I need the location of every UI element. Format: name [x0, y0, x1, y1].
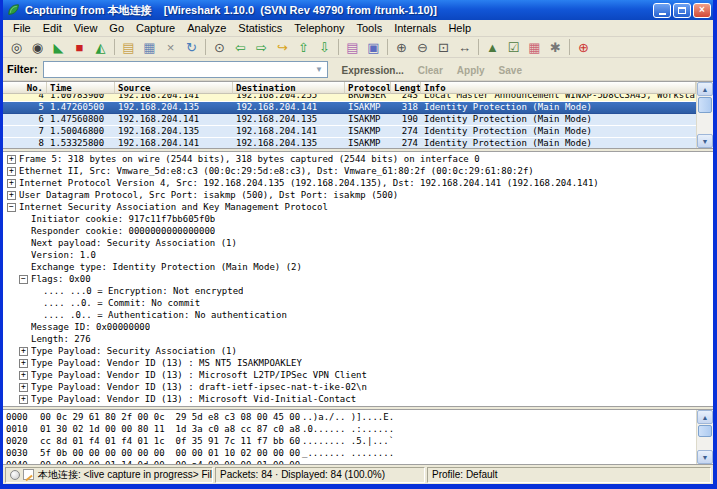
save-file-icon[interactable]: ▦ [139, 38, 160, 57]
detail-line[interactable]: Message ID: 0x00000000 [3, 321, 713, 333]
detail-line[interactable]: −Flags: 0x00 [3, 273, 713, 285]
expand-plus-icon[interactable]: + [19, 383, 28, 392]
scroll-thumb[interactable] [698, 97, 712, 113]
detail-line[interactable]: Version: 1.0 [3, 249, 713, 261]
expand-plus-icon[interactable]: + [19, 395, 28, 404]
menu-item-view[interactable]: View [68, 21, 104, 35]
detail-line[interactable]: Exchange type: Identity Protection (Main… [3, 261, 713, 273]
go-top-icon[interactable]: ⇧ [293, 38, 314, 57]
expand-plus-icon[interactable]: + [19, 347, 28, 356]
column-header-source[interactable]: Source [115, 82, 233, 94]
close-button[interactable]: × [693, 3, 711, 18]
expand-plus-icon[interactable]: + [19, 359, 28, 368]
hex-row[interactable]: 004000 00 00 00 01 14 0d 00 00 a4 00 00 … [6, 460, 696, 464]
menu-item-telephony[interactable]: Telephony [288, 21, 350, 35]
profile-cell[interactable]: Profile: Default [427, 467, 711, 483]
column-header-time[interactable]: Time [47, 82, 115, 94]
filter-dropdown-icon[interactable]: ▼ [312, 62, 327, 77]
bytes-scrollbar[interactable]: ▲ ▼ [696, 410, 713, 464]
collapse-minus-icon[interactable]: − [19, 275, 28, 284]
detail-line[interactable]: Length: 276 [3, 333, 713, 345]
menu-item-edit[interactable]: Edit [37, 21, 68, 35]
menu-item-go[interactable]: Go [103, 21, 130, 35]
capture-options-icon[interactable]: ◉ [27, 38, 48, 57]
resize-columns-icon[interactable]: ↔ [454, 38, 475, 57]
restart-capture-icon[interactable]: ◭ [90, 38, 111, 57]
detail-line[interactable]: Initiator cookie: 917c11f7bb605f0b [3, 213, 713, 225]
scroll-up-icon[interactable]: ▲ [697, 82, 713, 96]
detail-line[interactable]: −Internet Security Association and Key M… [3, 201, 713, 213]
title-bar[interactable]: Capturing from 本地连接 [Wireshark 1.10.0 (S… [3, 0, 713, 20]
goto-packet-icon[interactable]: ↪ [272, 38, 293, 57]
scroll-track[interactable] [697, 438, 713, 450]
menu-item-internals[interactable]: Internals [388, 21, 442, 35]
detail-line[interactable]: Next payload: Security Association (1) [3, 237, 713, 249]
help-icon[interactable]: ⊕ [573, 38, 594, 57]
expand-plus-icon[interactable]: + [19, 371, 28, 380]
hex-row[interactable]: 000000 0c 29 61 80 2f 00 0c 29 5d e8 c3 … [6, 412, 696, 424]
coloring-rules-icon[interactable]: ▦ [524, 38, 545, 57]
start-capture-icon[interactable]: ◣ [48, 38, 69, 57]
menu-item-capture[interactable]: Capture [130, 21, 181, 35]
list-interfaces-icon[interactable]: ◎ [6, 38, 27, 57]
detail-line[interactable]: +Internet Protocol Version 4, Src: 192.1… [3, 177, 713, 189]
zoom-out-icon[interactable]: ⊖ [412, 38, 433, 57]
expand-plus-icon[interactable]: + [7, 191, 16, 200]
expand-plus-icon[interactable]: + [7, 167, 16, 176]
detail-line[interactable]: +Type Payload: Vendor ID (13) : draft-ie… [3, 381, 713, 393]
column-header-destination[interactable]: Destination [233, 82, 345, 94]
column-header-no[interactable]: No. [3, 82, 47, 94]
packet-row-5[interactable]: 51.47260500192.168.204.135192.168.204.14… [3, 102, 696, 114]
close-file-icon[interactable]: × [160, 38, 181, 57]
capture-filter-icon[interactable]: ▲ [482, 38, 503, 57]
collapse-minus-icon[interactable]: − [7, 203, 16, 212]
scroll-up-icon[interactable]: ▲ [697, 410, 713, 424]
scroll-track[interactable] [697, 114, 713, 134]
column-header-info[interactable]: Info [421, 82, 696, 94]
reload-icon[interactable]: ↻ [181, 38, 202, 57]
detail-line[interactable]: .... ...0 = Encryption: Not encrypted [3, 285, 713, 297]
detail-line[interactable]: +User Datagram Protocol, Src Port: isakm… [3, 189, 713, 201]
packet-row-8[interactable]: 81.53325800192.168.204.141192.168.204.13… [3, 138, 696, 148]
scroll-thumb[interactable] [698, 425, 712, 437]
open-file-icon[interactable]: ▤ [118, 38, 139, 57]
scroll-down-icon[interactable]: ▼ [697, 450, 713, 464]
zoom-in-icon[interactable]: ⊕ [391, 38, 412, 57]
clear-button[interactable]: Clear [418, 65, 443, 76]
expand-plus-icon[interactable]: + [7, 155, 16, 164]
detail-line[interactable]: +Frame 5: 318 bytes on wire (2544 bits),… [3, 153, 713, 165]
capture-comment-icon[interactable] [23, 469, 34, 480]
menu-item-analyze[interactable]: Analyze [181, 21, 232, 35]
menu-item-statistics[interactable]: Statistics [232, 21, 288, 35]
minimize-button[interactable] [653, 3, 671, 18]
find-icon[interactable]: ⊙ [209, 38, 230, 57]
filter-input[interactable] [44, 63, 312, 76]
packet-row-7[interactable]: 71.50046800192.168.204.135192.168.204.14… [3, 126, 696, 138]
detail-line[interactable]: .... ..0. = Commit: No commit [3, 297, 713, 309]
packet-list-scrollbar[interactable]: ▲ ▼ [696, 82, 713, 148]
detail-line[interactable]: +Ethernet II, Src: Vmware_5d:e8:c3 (00:0… [3, 165, 713, 177]
forward-icon[interactable]: ⇨ [251, 38, 272, 57]
detail-line[interactable]: +Type Payload: Security Association (1) [3, 345, 713, 357]
column-header-length[interactable]: Length [391, 82, 421, 94]
back-icon[interactable]: ⇦ [230, 38, 251, 57]
zoom-100-icon[interactable]: ⊡ [433, 38, 454, 57]
detail-line[interactable]: +Type Payload: Vendor ID (13) : Microsof… [3, 369, 713, 381]
hex-row[interactable]: 001001 30 02 1d 00 00 80 11 1d 3a c0 a8 … [6, 424, 696, 436]
autoscroll-icon[interactable]: ▣ [363, 38, 384, 57]
menu-item-help[interactable]: Help [442, 21, 477, 35]
detail-line[interactable]: .... .0.. = Authentication: No authentic… [3, 309, 713, 321]
display-filter-icon[interactable]: ☑ [503, 38, 524, 57]
menu-item-file[interactable]: File [7, 21, 37, 35]
preferences-icon[interactable]: ✱ [545, 38, 566, 57]
detail-line[interactable]: +Type Payload: Vendor ID (13) : Microsof… [3, 393, 713, 405]
column-header-protocol[interactable]: Protocol [345, 82, 391, 94]
expression-button[interactable]: Expression... [342, 65, 404, 76]
go-bottom-icon[interactable]: ⇩ [314, 38, 335, 57]
menu-item-tools[interactable]: Tools [351, 21, 389, 35]
apply-button[interactable]: Apply [457, 65, 485, 76]
stop-capture-icon[interactable]: ■ [69, 38, 90, 57]
packet-row-4[interactable]: 41.00783900192.168.204.141192.168.204.25… [3, 94, 696, 102]
save-button[interactable]: Save [499, 65, 522, 76]
packet-row-6[interactable]: 61.47560800192.168.204.141192.168.204.13… [3, 114, 696, 126]
